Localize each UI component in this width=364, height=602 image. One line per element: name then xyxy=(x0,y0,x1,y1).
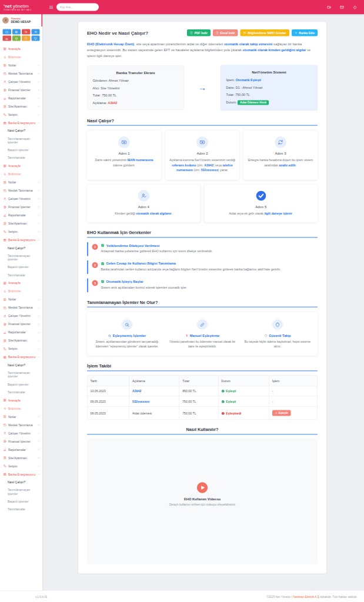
sidebar-item-banka-entegrasyonu[interactable]: Banka Entegrasyonu xyxy=(0,236,42,244)
description-link[interactable]: A3942 xyxy=(132,389,141,393)
box-tile-button[interactable] xyxy=(12,36,21,41)
hamburger-menu-icon[interactable] xyxy=(49,5,54,10)
sidebar-item-meslek-tan-mlama[interactable]: Meslek Tanımlama xyxy=(0,69,42,78)
sidebar-item-anasayfa[interactable]: Anasayfa xyxy=(0,45,42,53)
sidebar-item-banka-entegrasyonu[interactable]: Banka Entegrasyonu xyxy=(0,119,42,127)
chat-tile-button[interactable] xyxy=(22,36,30,41)
logo[interactable]: ’net yönetim YÖNETİMİN EN NET HALİ xyxy=(0,4,46,11)
sidebar-item-al-an-y-netimi[interactable]: Çalışan Yönetimi xyxy=(0,195,42,203)
unmatched-title: Eşleşmemiş İşlemler xyxy=(92,334,162,337)
sidebar-subitem-tan-mlamalar[interactable]: Tanımlamalar xyxy=(0,154,42,162)
sidebar-item-bildirimler[interactable]: Bildirimler xyxy=(0,53,42,61)
sidebar-item-i-leti-im[interactable]: İletişim xyxy=(0,462,42,470)
video-tile-button[interactable] xyxy=(22,29,30,35)
sidebar-item-bildirimler[interactable]: Bildirimler xyxy=(0,287,42,296)
printer-tile-button[interactable] xyxy=(12,29,21,35)
sidebar-item-al-an-y-netimi[interactable]: Çalışan Yönetimi xyxy=(0,78,42,86)
sidebar-item-raporlamalar[interactable]: Raporlamalar xyxy=(0,211,42,219)
sidebar-item-label: Meslek Tanımlama xyxy=(8,72,33,75)
sidebar-subitem-tan-mlanamayan-i-lemler[interactable]: Tanımlanamayan işlemler xyxy=(0,252,42,264)
sidebar-item-finansal-i-lemler[interactable]: Finansal İşlemler xyxy=(0,203,42,211)
table-header: Açıklama xyxy=(129,376,179,386)
sidebar-item-anasayfa[interactable]: Anasayfa xyxy=(0,396,42,404)
power-icon[interactable] xyxy=(353,5,357,10)
sidebar-item-al-an-y-netimi[interactable]: Çalışan Yönetimi xyxy=(0,429,42,437)
chevron-right-icon xyxy=(38,449,41,452)
sidebar-item-finansal-i-lemler[interactable]: Finansal İşlemler xyxy=(0,86,42,94)
sidebar-subitem-ba-ar-l-i-lemler[interactable]: Başarılı işlemler xyxy=(0,380,42,388)
sidebar-item-meslek-tan-mlama[interactable]: Meslek Tanımlama xyxy=(0,421,42,429)
play-button[interactable] xyxy=(196,482,208,494)
sidebar-item-meslek-tan-mlama[interactable]: Meslek Tanımlama xyxy=(0,186,42,195)
company-link[interactable]: Netelsan Elektrik A.Ş xyxy=(293,595,319,598)
description-link[interactable]: 532xxxxxxx xyxy=(132,400,149,403)
sidebar-item-raporlamalar[interactable]: Raporlamalar xyxy=(0,94,42,102)
sidebar-item-notlar[interactable]: Notlar xyxy=(0,61,42,69)
car-tile-button[interactable] xyxy=(3,36,11,41)
sidebar-subitem-tan-mlamalar[interactable]: Tanımlamalar xyxy=(0,506,42,513)
sidebar-subitem-nas-l-al-r[interactable]: Nasıl Çalışır? xyxy=(0,479,42,486)
requirement-title: Otomatik İşleyiş Başlar xyxy=(101,280,187,283)
sidebar-subitem-tan-mlamalar[interactable]: Tanımlamalar xyxy=(0,389,42,396)
sidebar-subitem-ba-ar-l-i-lemler[interactable]: Başarılı işlemler xyxy=(0,498,42,506)
chart-icon xyxy=(4,448,7,452)
sidebar-subitem-tan-mlanamayan-i-lemler[interactable]: Tanımlanamayan işlemler xyxy=(0,486,42,498)
sidebar-subitem-ba-ar-l-i-lemler[interactable]: Başarılı işlemler xyxy=(0,146,42,154)
sidebar-item-banka-entegrasyonu[interactable]: Banka Entegrasyonu xyxy=(0,470,42,479)
unmatched-info-card: Eşleşmemiş İşlemlerSistem, açıklamasında… xyxy=(87,312,318,356)
step-title: Adım 1 xyxy=(91,151,158,155)
sidebar-item-notlar[interactable]: Notlar xyxy=(0,178,42,186)
sidebar-item-site-apartman[interactable]: Site/Apartman xyxy=(0,337,42,345)
mail-icon[interactable] xyxy=(340,5,344,10)
sidebar-item-notlar[interactable]: Notlar xyxy=(0,296,42,304)
section-how-to-use: Nasıl Kullanılır? xyxy=(87,427,318,435)
panel-field: Gönderen: Ahmet Yılmaz xyxy=(93,79,179,82)
sidebar-subitem-nas-l-al-r[interactable]: Nasıl Çalışır? xyxy=(0,244,42,252)
sidebar-item-site-apartman[interactable]: Site/Apartman xyxy=(0,102,42,111)
sidebar-item-meslek-tan-mlama[interactable]: Meslek Tanımlama xyxy=(0,304,42,312)
sidebar-subitem-nas-l-al-r[interactable]: Nasıl Çalışır? xyxy=(0,362,42,369)
search-input[interactable] xyxy=(56,4,99,11)
cell-action: - xyxy=(269,396,318,407)
sidebar-item-anasayfa[interactable]: Anasayfa xyxy=(0,162,42,170)
users-tile-button[interactable] xyxy=(31,29,39,35)
sidebar-item-site-apartman[interactable]: Site/Apartman xyxy=(0,219,42,228)
sidebar-item-bildirimler[interactable]: Bildirimler xyxy=(0,170,42,178)
sidebar-item-finansal-i-lemler[interactable]: Finansal İşlemler xyxy=(0,437,42,446)
excel-i-ndir-button[interactable]: Excel İndir xyxy=(213,29,238,36)
exclamation-circle-icon xyxy=(221,411,225,414)
sidebar-item-i-leti-im[interactable]: İletişim xyxy=(0,228,42,236)
banka-ekle-button[interactable]: Banka Ekle xyxy=(292,29,318,36)
monitor-tile-button[interactable] xyxy=(31,36,39,41)
bank-vs-system-comparison: Banka Transfer Ekranı Gönderen: Ahmet Yı… xyxy=(87,65,318,111)
sidebar-item-anasayfa[interactable]: Anasayfa xyxy=(0,279,42,287)
requirements-list: 1Yetkilendirme Dilekçesi VerilmesiAnlaşm… xyxy=(87,242,318,292)
chevron-right-icon xyxy=(38,105,41,108)
requirement-description: Banka tarafından verilen kullanıcı adı/p… xyxy=(101,267,281,272)
sidebar-item-banka-entegrasyonu[interactable]: Banka Entegrasyonu xyxy=(0,353,42,362)
sidebar-item-raporlamalar[interactable]: Raporlamalar xyxy=(0,446,42,454)
user-card[interactable]: Yönetici DEMO HESAP xyxy=(0,14,42,27)
sidebar-subitem-tan-mlamalar[interactable]: Tanımlamalar xyxy=(0,271,42,279)
match-button[interactable]: Eşleştir xyxy=(272,410,291,416)
sidebar-item-i-leti-im[interactable]: İletişim xyxy=(0,111,42,119)
sidebar-subitem-ba-ar-l-i-lemler[interactable]: Başarılı işlemler xyxy=(0,263,42,271)
home-tile-button[interactable] xyxy=(3,29,11,35)
sidebar-item-site-apartman[interactable]: Site/Apartman xyxy=(0,454,42,462)
sidebar-subitem-nas-l-al-r[interactable]: Nasıl Çalışır? xyxy=(0,127,42,135)
bilgilendirme-sms-i-g-nder-button[interactable]: Bilgilendirme SMS'i Gönder xyxy=(241,29,289,36)
sidebar-item-al-an-y-netimi[interactable]: Çalışan Yönetimi xyxy=(0,312,42,320)
check-square-icon xyxy=(101,262,105,265)
sidebar-item-finansal-i-lemler[interactable]: Finansal İşlemler xyxy=(0,320,42,329)
sidebar-subitem-tan-mlanamayan-i-lemler[interactable]: Tanımlanamayan işlemler xyxy=(0,369,42,381)
sidebar-subitem-tan-mlanamayan-i-lemler[interactable]: Tanımlanamayan işlemler xyxy=(0,135,42,146)
sidebar-item-i-leti-im[interactable]: İletişim xyxy=(0,345,42,353)
sidebar-item-notlar[interactable]: Notlar xyxy=(0,413,42,421)
table-row: 09.05.2023532xxxxxxx750,00 TLEşleşti- xyxy=(87,396,318,407)
sidebar-item-raporlamalar[interactable]: Raporlamalar xyxy=(0,329,42,337)
cell-status: Eşleşti xyxy=(218,386,269,396)
pdf-i-ndir-button[interactable]: PDF İndir xyxy=(187,29,211,36)
sidebar-item-bildirimler[interactable]: Bildirimler xyxy=(0,404,42,413)
note-icon xyxy=(4,181,7,185)
video-icon[interactable] xyxy=(327,5,331,10)
